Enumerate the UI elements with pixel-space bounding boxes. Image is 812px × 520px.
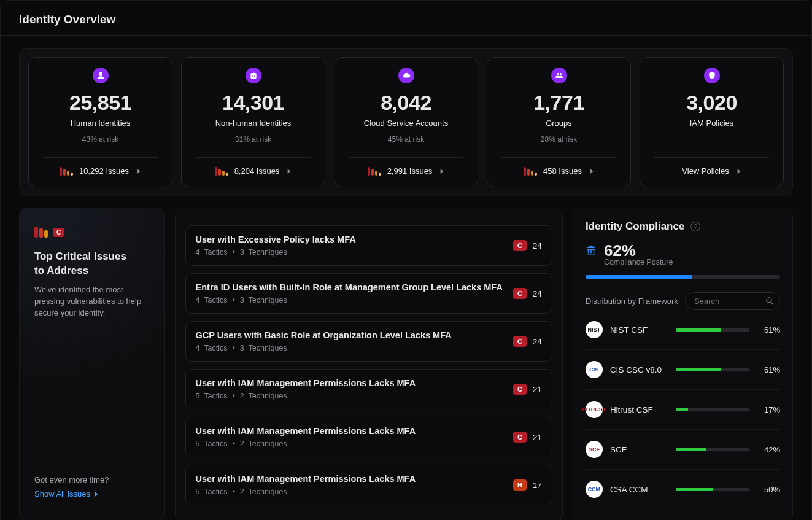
issue-meta: 5 Tactics•2 Techniques [196,487,416,496]
framework-name: NIST CSF [610,325,668,335]
framework-row[interactable]: CCM CSA CCM 50% [586,470,780,509]
stat-footer-link[interactable]: 2,991 Issues [341,158,471,183]
issue-meta: 4 Tactics•3 Techniques [196,248,356,257]
issue-row[interactable]: Entra ID Users with Built-In Role at Man… [185,273,552,314]
chevron-right-icon [439,166,444,176]
severity-bars-icon [215,167,228,176]
issue-title: User with Excessive Policy lacks MFA [196,235,356,244]
more-time-text: Got even more time? [34,475,150,484]
issue-count: 17 [533,481,542,490]
severity-bars-icon [34,227,48,238]
issue-count: 24 [533,289,542,298]
stat-value: 25,851 [69,91,131,115]
critical-issues-desc: We've identified the most pressing vulne… [34,284,150,319]
issue-meta: 4 Tactics•3 Techniques [196,344,452,352]
issue-title: User with IAM Management Permissions Lac… [196,474,416,484]
stat-risk: 43% at risk [82,135,118,144]
stat-label: Non-human Identities [215,118,292,128]
severity-badge: C [513,384,527,395]
issue-row[interactable]: User with IAM Management Permissions Lac… [185,417,552,457]
issue-count: 24 [533,241,542,250]
framework-logo: SCF [586,441,603,458]
framework-row[interactable]: CIS CIS CSC v8.0 61% [586,350,780,390]
show-all-issues-link[interactable]: Show All Issues [34,489,150,499]
framework-pct: 61% [757,365,780,374]
info-icon[interactable]: ? [690,222,700,231]
stat-risk: 28% at risk [541,135,577,144]
stat-card-shield[interactable]: 3,020 IAM Policies View Policies [640,57,784,187]
severity-badge: C [513,288,527,299]
severity-bars-icon [60,167,73,176]
framework-bar [676,488,749,491]
framework-name: Hitrust CSF [610,405,668,414]
stat-risk: 31% at risk [235,135,271,144]
stat-risk: 45% at risk [388,135,424,144]
severity-bars-icon [524,167,537,176]
person-icon [93,68,109,83]
framework-name: CIS CSC v8.0 [610,365,668,374]
issue-count: 24 [533,337,542,346]
stat-value: 3,020 [686,91,737,115]
stat-label: IAM Policies [690,118,734,128]
framework-pct: 61% [757,325,780,335]
stat-card-group[interactable]: 1,771 Groups 28% at risk 458 Issues [487,57,631,187]
stat-risk [711,135,713,144]
compliance-title: Identity Compliance [586,220,685,233]
framework-name: SCF [610,445,668,454]
issue-meta: 5 Tactics•2 Techniques [196,440,416,448]
severity-badge: C [513,336,527,347]
stat-label: Cloud Service Accounts [364,118,448,128]
stat-card-person[interactable]: 25,851 Human Identities 43% at risk 10,2… [28,57,172,187]
stat-value: 14,301 [222,91,284,115]
framework-logo: NIST [586,321,603,338]
stat-footer-link[interactable]: 10,292 Issues [35,158,166,183]
stat-footer-link[interactable]: View Policies [646,158,777,183]
stats-strip: 25,851 Human Identities 43% at risk 10,2… [19,48,793,196]
issue-count: 21 [533,385,542,394]
issue-title: Entra ID Users with Built-In Role at Man… [196,282,503,292]
framework-logo: CCM [586,481,603,498]
framework-row[interactable]: HITRUST Hitrust CSF 17% [586,390,780,430]
stat-footer-link[interactable]: 8,204 Issues [188,158,319,183]
framework-bar [676,368,749,371]
chevron-right-icon [287,166,292,176]
issues-list-panel: User with Excessive Policy lacks MFA 4 T… [175,208,563,520]
severity-bars-icon [368,167,381,176]
framework-pct: 17% [757,405,780,414]
issue-row[interactable]: User with IAM Management Permissions Lac… [185,369,552,409]
stat-value: 8,042 [381,91,431,115]
issue-row[interactable]: User with IAM Management Permissions Lac… [185,465,552,505]
critical-badge: C [53,228,64,237]
issue-count: 21 [533,433,542,442]
framework-search[interactable] [685,292,780,310]
severity-badge: H [513,479,527,491]
cloud-icon [398,68,414,83]
stat-footer-link[interactable]: 458 Issues [493,158,624,183]
stat-label: Groups [546,118,572,128]
stat-card-robot[interactable]: 14,301 Non-human Identities 31% at risk … [181,57,325,187]
framework-logo: CIS [586,361,603,378]
compliance-progress [586,275,780,279]
severity-badge: C [513,432,527,443]
compliance-panel: Identity Compliance ? 62% Compliance Pos… [573,208,793,520]
framework-row[interactable]: SCF SCF 42% [586,430,780,470]
bank-icon [586,244,597,258]
issue-title: User with IAM Management Permissions Lac… [196,426,416,436]
page-title: Identity Overview [19,13,793,26]
framework-pct: 42% [757,445,780,454]
framework-pct: 50% [757,485,780,494]
group-icon [551,68,567,83]
issue-row[interactable]: GCP Users with Basic Role at Organizatio… [185,321,552,362]
framework-row[interactable]: NIST NIST CSF 61% [586,310,780,350]
chevron-right-icon [589,166,594,176]
search-icon [765,297,774,305]
chevron-right-icon [136,166,141,176]
critical-issues-panel: C Top Critical Issuesto Address We've id… [19,208,165,520]
issue-title: User with IAM Management Permissions Lac… [196,378,416,388]
compliance-score-label: Compliance Posture [604,258,780,266]
stat-card-cloud[interactable]: 8,042 Cloud Service Accounts 45% at risk… [334,57,478,187]
framework-logo: HITRUST [586,401,603,418]
issue-row[interactable]: User with Excessive Policy lacks MFA 4 T… [185,225,552,266]
framework-bar [676,408,749,411]
robot-icon [246,68,261,83]
